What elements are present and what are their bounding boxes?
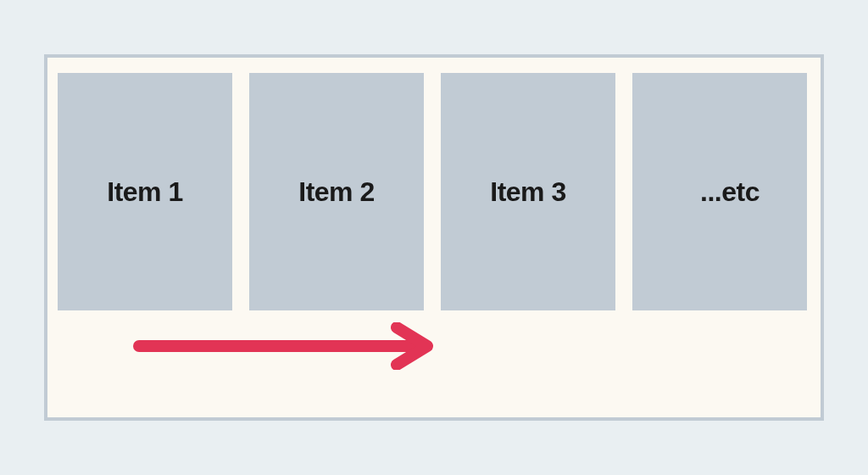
item-label: Item 3 [490, 176, 565, 208]
item-label: Item 2 [298, 176, 374, 208]
items-row: Item 1 Item 2 Item 3 ...etc [47, 58, 821, 310]
item-label: Item 1 [107, 176, 182, 208]
list-item: Item 1 [58, 73, 232, 310]
list-item: Item 2 [249, 73, 424, 310]
item-label: ...etc [680, 176, 760, 208]
list-item: Item 3 [441, 73, 615, 310]
list-item: ...etc [632, 73, 807, 310]
overflow-container: Item 1 Item 2 Item 3 ...etc [44, 54, 824, 421]
scroll-direction-arrow-icon [132, 322, 437, 370]
